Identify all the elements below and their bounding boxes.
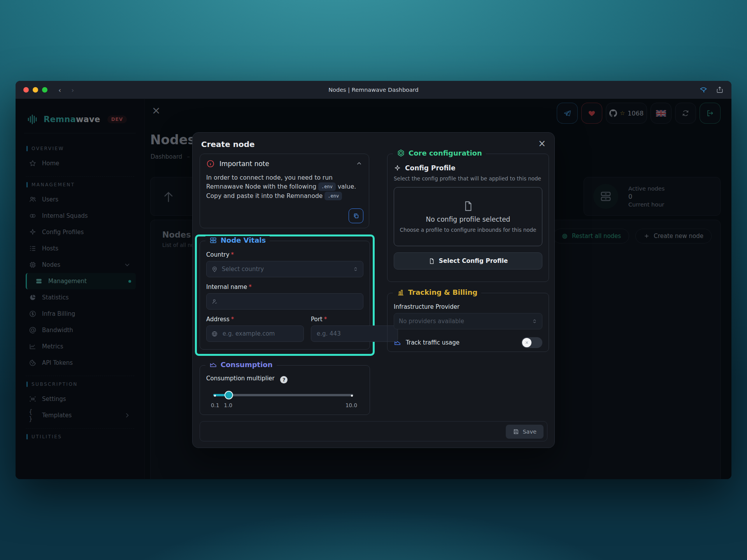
track-traffic-toggle[interactable]: ✕ (521, 337, 542, 348)
desktop-background: ‹ › Nodes | Remnawave Dashboard (0, 0, 747, 560)
forward-icon[interactable]: › (71, 86, 74, 94)
internal-name-field[interactable] (206, 293, 363, 310)
create-node-modal: Create node × Important note In order to… (192, 132, 555, 448)
consumption-multiplier-label: Consumption multiplier ? (206, 375, 363, 383)
map-pin-icon (211, 266, 218, 273)
track-traffic-row: Track traffic usage ✕ (394, 337, 542, 348)
file-icon (428, 258, 435, 264)
slider-min-label: 0.1 (211, 402, 219, 408)
slider-min-mark (214, 395, 216, 397)
consumption-section: Consumption Consumption multiplier ? (200, 365, 370, 415)
port-label: Port* (311, 316, 398, 323)
toggle-x-icon: ✕ (525, 340, 528, 345)
address-group: Address* (206, 316, 304, 342)
slider-current-label: 1.0 (224, 402, 232, 408)
modal-title: Create node (201, 140, 255, 149)
window-controls (23, 87, 47, 93)
config-profile-hint: Select the config profile that will be a… (394, 175, 542, 182)
provider-placeholder: No providers available (399, 318, 528, 325)
address-input[interactable] (222, 330, 299, 338)
tracking-billing-section: Tracking & Billing Infrastructure Provid… (387, 293, 549, 352)
select-config-profile-button[interactable]: Select Config Profile (394, 252, 542, 270)
address-label: Address* (206, 316, 304, 323)
node-vitals-legend: Node Vitals (205, 236, 270, 244)
server-icon (209, 236, 217, 244)
minimize-window-button[interactable] (33, 87, 38, 93)
help-icon[interactable]: ? (280, 376, 288, 383)
back-icon[interactable]: ‹ (58, 86, 61, 94)
user-icon (211, 298, 218, 305)
config-profile-header: Config Profile (394, 164, 542, 172)
empty-title: No config profile selected (426, 215, 510, 223)
save-button[interactable]: Save (506, 425, 544, 439)
bar-chart-icon (397, 289, 405, 296)
consumption-legend: Consumption (205, 360, 277, 369)
copy-icon (353, 213, 359, 219)
globe-icon (211, 331, 218, 337)
sparkle-icon (394, 164, 401, 172)
port-group: Port* (311, 316, 398, 342)
consumption-slider[interactable] (213, 390, 353, 400)
country-label: Country* (206, 251, 363, 258)
env-chip: .env (318, 182, 336, 191)
node-vitals-section: Node Vitals Country* Select country Inte… (200, 241, 370, 350)
country-select[interactable]: Select country (206, 261, 363, 277)
area-chart-icon (209, 361, 217, 369)
traffic-chart-icon (394, 339, 401, 346)
close-window-button[interactable] (23, 87, 29, 93)
core-configuration-legend: Core configuration (393, 149, 486, 157)
empty-hint: Choose a profile to configure inbounds f… (400, 227, 537, 233)
port-input[interactable] (316, 330, 393, 338)
share-icon[interactable] (716, 86, 724, 94)
titlebar: ‹ › Nodes | Remnawave Dashboard (16, 81, 731, 99)
note-title: Important note (219, 160, 269, 168)
select-chevrons-icon (353, 266, 358, 272)
port-field[interactable] (311, 326, 398, 342)
workspace: Remnawave DEV OVERVIEW Home MANAGEMENT U… (16, 99, 731, 479)
file-icon (462, 200, 474, 212)
save-icon (513, 429, 519, 435)
address-port-row: Address* Port* (206, 316, 363, 342)
note-text: In order to connect node, you need to ru… (206, 173, 363, 201)
modal-footer: Save (200, 421, 547, 441)
required-mark: * (324, 316, 327, 323)
required-mark: * (231, 251, 234, 258)
toggle-thumb: ✕ (522, 338, 531, 347)
provider-select[interactable]: No providers available (394, 313, 542, 329)
slider-labels: 0.1 1.0 10.0 (213, 402, 353, 410)
required-mark: * (249, 284, 252, 290)
select-chevrons-icon (532, 318, 537, 324)
app-window: ‹ › Nodes | Remnawave Dashboard (16, 81, 731, 479)
address-field[interactable] (206, 326, 304, 342)
core-icon (397, 149, 405, 157)
important-note-card: Important note In order to connect node,… (200, 154, 369, 228)
tracking-billing-legend: Tracking & Billing (393, 288, 481, 296)
copy-button[interactable] (349, 208, 363, 223)
modal-close-icon[interactable]: × (538, 138, 546, 149)
zoom-window-button[interactable] (42, 87, 47, 93)
slider-max-mark (351, 395, 353, 397)
note-header[interactable]: Important note (206, 159, 363, 168)
track-traffic-label: Track traffic usage (406, 339, 459, 346)
required-mark: * (231, 316, 234, 323)
browser-nav: ‹ › (58, 86, 74, 94)
core-configuration-section: Core configuration Config Profile Select… (387, 154, 549, 282)
slider-max-label: 10.0 (345, 402, 357, 408)
infrastructure-provider-label: Infrastructure Provider (394, 303, 542, 310)
no-config-profile-box: No config profile selected Choose a prof… (394, 187, 542, 246)
window-title: Nodes | Remnawave Dashboard (16, 87, 731, 93)
slider-handle[interactable] (224, 391, 233, 399)
slider-track[interactable] (213, 394, 353, 396)
chevron-up-icon[interactable] (356, 160, 363, 167)
env-chip: .env (324, 192, 342, 200)
info-circle-icon (206, 159, 215, 168)
extension-shield-icon[interactable] (700, 86, 707, 94)
country-placeholder: Select country (222, 266, 349, 273)
titlebar-actions (700, 86, 724, 94)
internal-name-label: Internal name* (206, 284, 363, 290)
internal-name-input[interactable] (222, 298, 358, 305)
